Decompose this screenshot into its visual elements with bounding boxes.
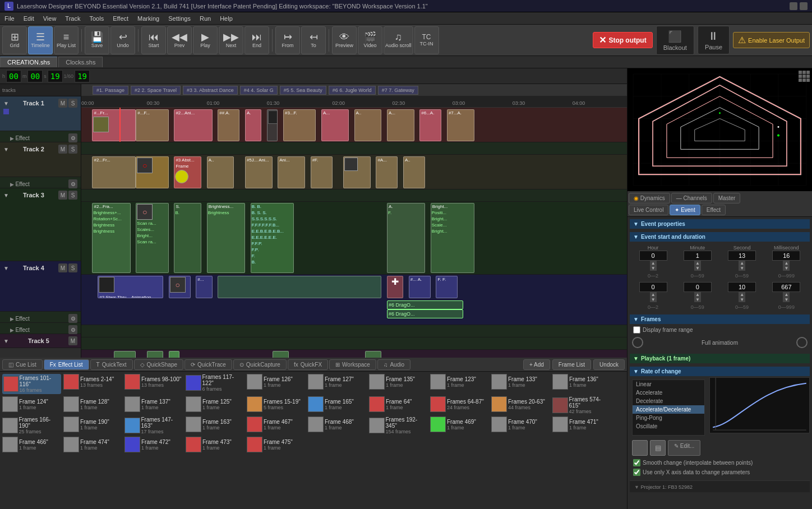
clip-t1-11[interactable]: #6...A. [419, 109, 441, 141]
clip-t5-1[interactable] [114, 351, 136, 358]
audio-scroll-btn[interactable]: ♫ Audio scroll [384, 26, 413, 54]
end-btn[interactable]: ⏭ End [244, 26, 269, 54]
track-4-effect1-settings[interactable]: ⚙ [68, 314, 77, 323]
frame-item-17[interactable]: Frames 64-87"24 frames [430, 396, 489, 414]
frame-item-11[interactable]: Frame 128"1 frame [63, 396, 122, 414]
rate-edit-btn[interactable]: ✎ Edit... [668, 440, 700, 456]
undock-btn[interactable]: Undock [593, 359, 625, 370]
play-btn[interactable]: ▶ Play [193, 26, 218, 54]
menu-track[interactable]: Track [61, 14, 85, 23]
clip-t5-4[interactable] [273, 351, 289, 358]
menu-marking[interactable]: Marking [133, 14, 164, 23]
frame-item-32[interactable]: Frame 472"1 frame [124, 437, 183, 452]
menu-help[interactable]: Help [215, 14, 237, 23]
clip-t4-2[interactable]: ○ [169, 276, 191, 298]
preview-grid-btn[interactable] [799, 71, 810, 82]
second-down[interactable]: ▼ [739, 266, 745, 271]
track-3-expand[interactable]: ▼ [3, 192, 9, 198]
track-row-1-effect[interactable] [81, 142, 627, 155]
timeline-btn[interactable]: ☰ Timeline [28, 26, 53, 54]
clip-t2-10[interactable]: A.. [403, 156, 425, 188]
clip-t3-1[interactable]: #2...Fra... Brightness+... Rotation+Sc..… [92, 203, 130, 273]
frame-item-25[interactable]: Frame 468"1 frame [308, 417, 367, 434]
clip-t1-8[interactable]: A... [321, 109, 349, 141]
track-row-1[interactable]: #...Fr... #...F... #2...Ani... ##.A. [81, 108, 627, 142]
minute-up[interactable]: ▲ [694, 261, 701, 266]
video-btn[interactable]: 🎬 Video [358, 26, 382, 54]
quickcapture-tab[interactable]: ⊙ QuickCapture [233, 359, 287, 370]
track-row-4-effect2[interactable] [81, 337, 627, 350]
enable-laser-btn[interactable]: ⚠ Enable Laser Output [733, 32, 810, 48]
master-tab[interactable]: Master [713, 193, 741, 203]
event-start-header[interactable]: ▼ Event start and duration [630, 232, 810, 242]
clip-t1-5[interactable]: A. [245, 109, 261, 141]
audio-tab[interactable]: ♫ Audio [377, 359, 410, 370]
dur-second-down[interactable]: ▼ [739, 297, 745, 302]
track-2-effect-expand[interactable]: ▶ Effect [3, 181, 30, 187]
frame-item-30[interactable]: Frame 466"1 frame [2, 437, 61, 452]
quickshape-tab[interactable]: ◇ QuickShape [134, 359, 183, 370]
frame-item-19[interactable]: Frames 574-615"42 frames [552, 396, 611, 414]
track-5-mute[interactable]: M [68, 336, 77, 345]
track-4-mute[interactable]: M [58, 263, 67, 272]
event-properties-header[interactable]: ▼ Event properties [630, 219, 810, 229]
track-2-effect-settings[interactable]: ⚙ [68, 179, 77, 188]
track-1-mute[interactable]: M [58, 99, 67, 108]
effect-list-tab[interactable]: Fx Effect List [44, 359, 89, 370]
menu-tools[interactable]: Tools [85, 14, 108, 23]
clip-t3-7[interactable]: Bright... Positi... Bright... Scale... B… [431, 203, 474, 273]
menu-effect[interactable]: Effect [108, 14, 133, 23]
rate-decelerate[interactable]: Decelerate [633, 397, 704, 405]
display-frame-range-check[interactable] [633, 326, 640, 334]
grid-btn[interactable]: ⊞ Grid [2, 26, 27, 54]
start-btn[interactable]: ⏮ Start [141, 26, 166, 54]
rate-pingpong[interactable]: Ping-Pong [633, 414, 704, 422]
frame-item-20[interactable]: Frames 166-190"25 frames [2, 417, 61, 434]
channels-tab[interactable]: — Channels [671, 193, 712, 203]
frame-item-28[interactable]: Frame 470"1 frame [491, 417, 550, 434]
clip-t1-4[interactable]: ##.A. [218, 109, 239, 141]
frame-item-4[interactable]: Frame 126"1 frame [247, 374, 306, 394]
dur-minute-up[interactable]: ▲ [694, 292, 701, 297]
track-row-4[interactable]: #2 Stars Thru... Animation ○ #... ✚ [81, 275, 627, 325]
rate-graph-btn[interactable]: ▤ [650, 440, 666, 456]
menu-edit[interactable]: Edit [19, 14, 39, 23]
rate-preview-btn[interactable] [632, 440, 648, 456]
clip-t2-6[interactable]: Ani... [278, 156, 305, 188]
clip-t3-5[interactable]: B. B. B. S. S. S.S.S.S.S.S. F.F.F.F.F.F.… [251, 203, 294, 273]
frame-item-24[interactable]: Frame 467"1 frame [247, 417, 306, 434]
second-up[interactable]: ▲ [739, 261, 745, 266]
track-2-expand[interactable]: ▼ [3, 146, 9, 152]
clip-t5-3[interactable] [169, 351, 179, 358]
dur-second-input[interactable] [728, 282, 756, 292]
clip-t4-effect1[interactable]: #6 DragO... [387, 300, 463, 309]
tab-creation[interactable]: CREATION.shs [0, 57, 57, 67]
track-4-effect1-expand[interactable]: ▶ Effect [3, 316, 30, 322]
track-5-expand[interactable]: ▼ [3, 338, 9, 344]
add-btn[interactable]: + Add [523, 359, 550, 370]
track-row-2[interactable]: #2...Fr... ○ #3 Abst... Frame A.. [81, 155, 627, 189]
tracks-scroll[interactable]: #1. Passage #2 2. Space Travel #3 3. Abs… [81, 84, 627, 358]
clip-t2-2[interactable]: ○ [136, 156, 168, 188]
track-1-effect-settings[interactable]: ⚙ [68, 133, 77, 142]
effect-panel-tab[interactable]: Effect [702, 205, 726, 215]
clip-t1-12[interactable]: #7...A. [447, 109, 474, 141]
frame-item-23[interactable]: Frame 163"1 frame [186, 417, 244, 434]
rate-linear[interactable]: Linear [633, 380, 704, 388]
track-row-5[interactable] [81, 350, 627, 358]
clip-t4-1[interactable]: #2 Stars Thru... Animation [98, 276, 163, 298]
clip-t2-4[interactable]: A.. [207, 156, 234, 188]
clip-t2-1[interactable]: #2...Fr... [92, 156, 136, 188]
frame-item-1[interactable]: Frames 2-14"13 frames [63, 374, 122, 394]
from-btn[interactable]: ↦ From [275, 26, 300, 54]
next-btn[interactable]: ▶▶ Next [219, 26, 243, 54]
clip-t1-3[interactable]: #2...Ani... [174, 109, 212, 141]
menu-file[interactable]: File [0, 14, 19, 23]
maximize-btn[interactable] [800, 2, 808, 10]
clip-t1-10[interactable]: A... [387, 109, 414, 141]
clip-t2-3[interactable]: #3 Abst... Frame [174, 156, 201, 188]
minute-down[interactable]: ▼ [694, 266, 701, 271]
track-3-mute[interactable]: M [58, 191, 67, 200]
undo-btn[interactable]: ↩ Undo [110, 26, 135, 54]
prev-btn[interactable]: ◀◀ Prev [167, 26, 192, 54]
